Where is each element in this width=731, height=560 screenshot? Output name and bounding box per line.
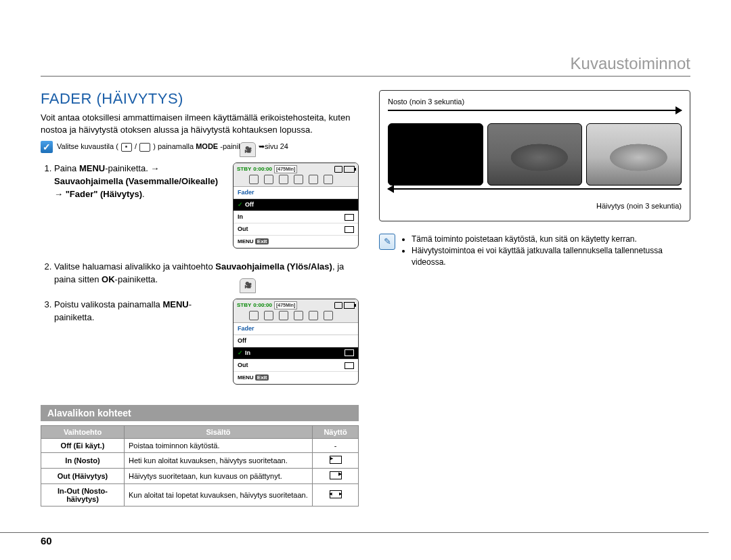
col-content: Sisältö	[125, 425, 313, 438]
intro-text: Voit antaa otoksillesi ammattimaisen ilm…	[41, 112, 359, 135]
menu-item-out: Out	[234, 223, 358, 236]
check-icon: ✓	[41, 141, 53, 153]
menu-exit: MENU Exit	[234, 372, 358, 384]
page-title: FADER (HÄIVYTYS)	[41, 90, 359, 108]
table-row: Off (Ei käyt.) Poistaa toiminnon käytöst…	[41, 438, 359, 452]
lcd-screenshot-2: 🎥 STBY 0:00:00 [475Min]	[233, 299, 359, 385]
note-item: Häivytystoimintoa ei voi käyttää jatkuva…	[412, 245, 690, 268]
battery-icon	[344, 302, 355, 309]
battery-icon	[344, 166, 355, 173]
fade-frame-1	[388, 123, 483, 186]
arrow-left-icon	[388, 188, 682, 190]
steps-list: Paina MENU-painiketta. → Sauvaohjaimella…	[41, 163, 359, 385]
col-option: Vaihtoehto	[41, 425, 125, 438]
page-number: 60	[41, 535, 52, 546]
arrow-right-icon	[388, 110, 682, 111]
precondition-line: ✓ Valitse kuvaustila ( / ) painamalla MO…	[41, 141, 359, 153]
fadeout-label: Häivytys (noin 3 sekuntia)	[388, 202, 682, 210]
table-row: In-Out (Nosto-häivytys) Kun aloitat tai …	[41, 483, 359, 506]
note-icon: ✎	[379, 234, 395, 250]
fade-inout-icon	[330, 490, 342, 498]
photo-mode-icon	[139, 143, 150, 152]
options-table: Vaihtoehto Sisältö Näyttö Off (Ei käyt.)…	[41, 425, 359, 507]
fade-out-icon	[330, 471, 342, 479]
sd-card-icon	[334, 302, 342, 309]
menu-title: Fader	[234, 323, 358, 335]
table-row: In (Nosto) Heti kun aloitat kuvauksen, h…	[41, 452, 359, 468]
submenu-heading: Alavalikon kohteet	[41, 405, 359, 421]
fade-in-icon	[330, 456, 342, 464]
step-3: Poistu valikosta painamalla MENU-painike…	[54, 299, 226, 324]
fade-frame-2	[487, 123, 583, 186]
step-2: Valitse haluamasi alivalikko ja vaihtoeh…	[54, 261, 359, 286]
menu-exit: MENU Exit	[234, 236, 358, 248]
fade-illustration: Nosto (noin 3 sekuntia) Häivytys (noin 3…	[379, 90, 690, 221]
fade-frame-3	[586, 123, 682, 186]
sd-card-icon	[334, 166, 342, 173]
step-1: Paina MENU-painiketta. → Sauvaohjaimella…	[54, 163, 226, 201]
menu-item-in: ✓In	[234, 347, 358, 360]
section-header: Kuvaustoiminnot	[41, 54, 690, 77]
note-item: Tämä toiminto poistetaan käytöstä, kun s…	[412, 234, 690, 245]
lcd-screenshot-1: 🎥 STBY 0:00:00 [475Min]	[233, 163, 359, 249]
fadein-label: Nosto (noin 3 sekuntia)	[388, 98, 682, 106]
menu-item-off: Off	[234, 335, 358, 347]
menu-item-in: In	[234, 211, 358, 223]
col-display: Näyttö	[313, 425, 359, 438]
notes-block: ✎ Tämä toiminto poistetaan käytöstä, kun…	[379, 234, 690, 267]
menu-item-out: Out	[234, 360, 358, 372]
menu-title: Fader	[234, 187, 358, 199]
table-row: Out (Häivytys) Häivytys suoritetaan, kun…	[41, 468, 359, 483]
video-mode-icon	[121, 143, 132, 152]
menu-item-off: ✓Off	[234, 199, 358, 211]
